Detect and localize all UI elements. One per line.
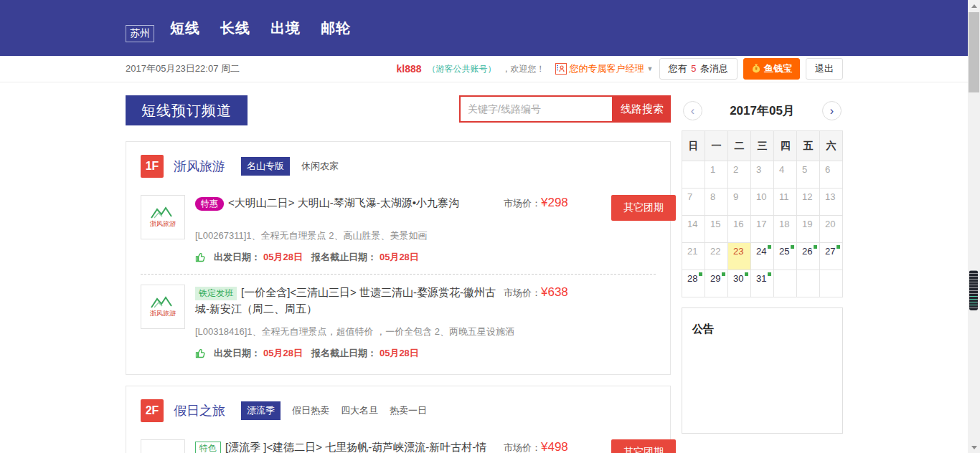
calendar-day: 1 xyxy=(705,161,728,189)
availability-marker xyxy=(722,272,725,276)
calendar-weekday: 六 xyxy=(820,131,843,161)
feature-badge: 特色 xyxy=(195,442,221,453)
account-manager-label: 您的专属客户经理 xyxy=(570,62,644,75)
calendar-day[interactable]: 27 xyxy=(820,243,843,270)
availability-marker xyxy=(768,272,771,276)
moneybag-icon: ¥ xyxy=(751,63,761,75)
main-content: 短线预订频道 线路搜索 1F 浙风旅游 名山专版休闲农家 浙风旅游 xyxy=(126,82,843,453)
route-search-box: 线路搜索 xyxy=(459,95,671,123)
logout-button[interactable]: 退出 xyxy=(806,58,843,80)
floating-widget[interactable] xyxy=(969,270,978,310)
nav-item[interactable]: 邮轮 xyxy=(321,19,351,38)
mountain-logo-icon xyxy=(147,206,179,219)
main-nav: 短线长线出境邮轮 xyxy=(170,19,351,38)
tour-item: 特色[漂流季 ]<建德二日> 七里扬帆-葫芦峡漂流-新叶古村-情人谷 市场价：¥… xyxy=(141,429,656,453)
account-manager-link[interactable]: 您的专属客户经理 ▼ xyxy=(555,62,654,75)
user-bar: 2017年05月23日22:07 周二 kl888 （游客公共账号） ，欢迎您！… xyxy=(0,56,980,82)
other-dates-button[interactable]: 其它团期 xyxy=(611,439,676,453)
section-tab[interactable]: 名山专版 xyxy=(241,157,290,176)
calendar-weekday: 二 xyxy=(728,131,751,161)
nav-item[interactable]: 短线 xyxy=(170,19,200,38)
calendar-day[interactable]: 24 xyxy=(751,243,774,270)
section-tab[interactable]: 假日热卖 xyxy=(292,404,329,417)
calendar-day[interactable]: 28 xyxy=(682,270,705,297)
section-tabs: 名山专版休闲农家 xyxy=(241,157,339,176)
section-tabs: 漂流季假日热卖四大名旦热卖一日 xyxy=(241,401,427,420)
chevron-down-icon: ▼ xyxy=(647,65,654,72)
city-selector[interactable]: 苏州 xyxy=(126,25,154,42)
mountain-logo-icon xyxy=(147,296,179,309)
channel-title-banner: 短线预订频道 xyxy=(126,95,248,125)
tour-dates: 出发日期：05月28日 报名截止日期：05月28日 xyxy=(195,251,656,264)
search-button[interactable]: 线路搜索 xyxy=(613,95,671,123)
vertical-scrollbar[interactable] xyxy=(968,0,980,453)
tour-title-link[interactable]: 特色[漂流季 ]<建德二日> 七里扬帆-葫芦峡漂流-新叶古村-情人谷 xyxy=(195,439,496,453)
calendar-day: 19 xyxy=(797,216,820,243)
thumbs-up-icon xyxy=(195,252,207,263)
vendor-name-link[interactable]: 假日之旅 xyxy=(174,402,225,419)
calendar-day: 2 xyxy=(728,161,751,189)
section-tab[interactable]: 休闲农家 xyxy=(301,160,339,173)
fixed-departure-badge: 铁定发班 xyxy=(195,287,237,300)
scrollbar-thumb[interactable] xyxy=(969,12,979,92)
calendar-next-button[interactable]: › xyxy=(822,101,842,120)
calendar-day[interactable]: 26 xyxy=(797,243,820,270)
section-tab[interactable]: 漂流季 xyxy=(241,401,281,420)
tour-price: 市场价：¥638 xyxy=(504,285,611,300)
vendor-name-link[interactable]: 浙风旅游 xyxy=(174,158,225,175)
calendar-prev-button[interactable]: ‹ xyxy=(683,101,702,120)
tour-price: 市场价：¥298 xyxy=(504,195,611,210)
messages-button[interactable]: 您有 5 条消息 xyxy=(659,58,738,80)
username-link[interactable]: kl888 xyxy=(397,63,422,75)
nav-item[interactable]: 出境 xyxy=(270,19,301,38)
calendar-day[interactable]: 31 xyxy=(751,270,774,297)
calendar-day: 11 xyxy=(774,189,797,216)
vendor-logo[interactable]: 浙风旅游 xyxy=(141,285,185,329)
tour-description: [L00267311]1、全程无自理景点 2、高山胜景、美景如画 xyxy=(195,229,656,242)
calendar-day: 17 xyxy=(751,216,774,243)
calendar-weekday: 三 xyxy=(751,131,774,161)
calendar-day: 10 xyxy=(751,189,774,216)
availability-marker xyxy=(814,245,817,249)
calendar-day: 5 xyxy=(797,161,820,189)
vendor-logo-text: 浙风旅游 xyxy=(150,219,176,229)
vendor-logo[interactable]: 浙风旅游 xyxy=(141,195,185,239)
calendar-day: 12 xyxy=(797,189,820,216)
account-type-label: （游客公共账号） xyxy=(428,63,496,75)
vendor-logo[interactable] xyxy=(141,439,185,453)
calendar-day[interactable]: 25 xyxy=(774,243,797,270)
tour-item: 浙风旅游 铁定发班[一价全含]<三清山三日> 世遗三清山-婺源赏花-徽州古城-新… xyxy=(141,275,656,370)
calendar-empty-cell xyxy=(682,161,705,189)
calendar-day: 6 xyxy=(820,161,843,189)
calendar-day[interactable]: 29 xyxy=(705,270,728,297)
nav-item[interactable]: 长线 xyxy=(220,19,250,38)
calendar-empty-cell xyxy=(774,270,797,297)
calendar-day[interactable]: 23 xyxy=(728,243,751,270)
calendar-weekday: 日 xyxy=(682,131,705,161)
section-tab[interactable]: 热卖一日 xyxy=(390,404,427,417)
scroll-down-arrow[interactable] xyxy=(968,442,980,453)
floor-section-1f: 1F 浙风旅游 名山专版休闲农家 浙风旅游 特惠<大明山二日> 大明山-琴湖飞瀑… xyxy=(126,141,671,375)
tour-title-link[interactable]: 铁定发班[一价全含]<三清山三日> 世遗三清山-婺源赏花-徽州古城-新安江（周二… xyxy=(195,285,496,317)
search-input[interactable] xyxy=(459,95,613,123)
datetime-text: 2017年05月23日22:07 周二 xyxy=(126,62,240,75)
calendar-weekday: 五 xyxy=(797,131,820,161)
calendar-weekday: 四 xyxy=(774,131,797,161)
scroll-up-arrow[interactable] xyxy=(968,0,980,11)
top-navigation: 苏州 短线长线出境邮轮 xyxy=(0,0,980,56)
svg-text:¥: ¥ xyxy=(755,66,758,71)
calendar-day: 14 xyxy=(682,216,705,243)
floor-badge: 2F xyxy=(141,399,164,422)
calendar-empty-cell xyxy=(797,270,820,297)
section-tab[interactable]: 四大名旦 xyxy=(341,404,378,417)
calendar-day: 18 xyxy=(774,216,797,243)
tour-dates: 出发日期：05月28日 报名截止日期：05月28日 xyxy=(195,347,656,360)
availability-marker xyxy=(791,245,794,249)
calendar-day[interactable]: 30 xyxy=(728,270,751,297)
other-dates-button[interactable]: 其它团期 xyxy=(611,195,676,221)
calendar-day: 13 xyxy=(820,189,843,216)
availability-marker xyxy=(699,272,702,276)
wallet-button[interactable]: ¥ 鱼钱宝 xyxy=(743,58,800,80)
announcement-title: 公告 xyxy=(692,323,832,336)
tour-title-link[interactable]: 特惠<大明山二日> 大明山-琴湖飞瀑-太湖源•小九寨沟 xyxy=(195,195,496,211)
